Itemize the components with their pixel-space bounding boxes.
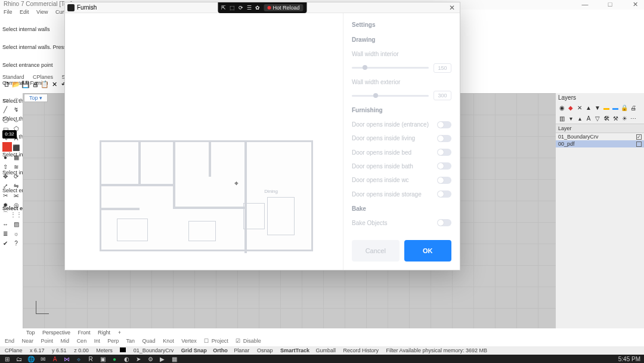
osnap-cen[interactable]: Cen [77, 338, 87, 344]
dev-icon[interactable]: ⟳ [239, 5, 243, 11]
array-icon[interactable]: ⋮⋮ [12, 210, 20, 219]
osnap-perp[interactable]: Perp [107, 338, 119, 344]
terminal-icon[interactable]: ▣ [99, 356, 106, 362]
vtab-top[interactable]: Top [26, 330, 35, 336]
pointer-icon[interactable]: ▭ [1, 96, 10, 104]
explode-icon[interactable]: ✸ [1, 201, 10, 209]
layer-row-boundary[interactable]: 01_BoundaryCrv ✓ [556, 133, 644, 140]
sw4-toggle[interactable] [437, 162, 451, 170]
osnap-near[interactable]: Near [22, 338, 34, 344]
join-icon[interactable]: ⫘ [12, 191, 20, 199]
tab-cplanes[interactable]: CPlanes [33, 74, 53, 80]
edge-icon[interactable]: 🌐 [27, 356, 35, 362]
rhino-icon[interactable]: R [87, 356, 94, 362]
sw5-toggle[interactable] [437, 177, 451, 184]
ptr-icon[interactable]: ➤ [135, 356, 142, 362]
collapse-icon[interactable]: ▴ [576, 115, 583, 122]
dim-icon[interactable]: ↔ [1, 220, 10, 228]
arc-icon[interactable]: ◡ [12, 115, 20, 123]
explorer-icon[interactable]: 🗂 [16, 356, 23, 362]
osnap-disable[interactable]: Disable [243, 338, 261, 344]
settings-icon[interactable]: ⚙ [147, 356, 154, 362]
osnap-tan[interactable]: Tan [126, 338, 135, 344]
mail-icon[interactable]: ✉ [39, 356, 47, 362]
bake-toggle[interactable] [437, 219, 451, 226]
floorplan-canvas[interactable]: Dining ⌖ [65, 13, 343, 270]
trim-icon[interactable]: ✂ [1, 191, 10, 199]
funnel-icon[interactable]: ▽ [594, 115, 601, 122]
help-icon[interactable]: ? [12, 239, 20, 247]
move-up-icon[interactable]: ▲ [585, 104, 592, 111]
osnap-int[interactable]: Int [94, 338, 100, 344]
move-icon[interactable]: ✥ [1, 172, 10, 180]
osnap-end[interactable]: End [5, 338, 14, 344]
box-icon[interactable]: ⬛ [12, 143, 20, 152]
new-icon[interactable]: 🗋 [2, 81, 11, 89]
misc-icon[interactable]: ▦ [171, 356, 178, 362]
light-icon[interactable]: ☀ [621, 115, 628, 122]
line-icon[interactable]: ╱ [1, 105, 10, 113]
dev-icon[interactable]: ⬚ [230, 5, 235, 11]
wall-ext-value[interactable]: 300 [434, 91, 451, 100]
cancel-button[interactable]: Cancel [352, 240, 400, 262]
layer-visible-checkbox[interactable]: ✓ [636, 134, 642, 140]
dev-icon[interactable]: ☰ [247, 5, 252, 11]
fillet-icon[interactable]: ⌒ [1, 210, 10, 219]
window-close-button[interactable]: ✕ [627, 1, 643, 8]
osnap-project[interactable]: Project [212, 338, 228, 344]
spotify-icon[interactable]: ● [111, 356, 118, 362]
sw3-toggle[interactable] [437, 149, 451, 156]
layer-lock-icon[interactable]: 🔒 [621, 104, 628, 111]
osnap-project-checkbox[interactable]: ☐ [204, 338, 209, 344]
rotate-icon[interactable]: ⟳ [12, 172, 20, 180]
opts-icon[interactable]: ⋯ [630, 115, 637, 122]
vtab-add[interactable]: + [118, 330, 121, 336]
scale-icon[interactable]: ⤢ [1, 182, 10, 190]
window-maximize-button[interactable]: □ [602, 1, 618, 8]
gh-icon[interactable]: ◐ [123, 356, 130, 362]
dev-icon[interactable]: ⇱ [221, 5, 226, 11]
polyline-icon[interactable]: ↯ [12, 105, 20, 113]
tools-icon[interactable]: 🛠 [603, 115, 610, 122]
sort-icon[interactable]: A [585, 115, 592, 122]
sw2-toggle[interactable] [437, 135, 451, 142]
circle-icon[interactable]: ◯ [1, 115, 10, 123]
status-layer[interactable]: 01_BoundaryCrv [134, 347, 174, 353]
new-layer-icon[interactable]: ◉ [558, 104, 565, 111]
layer-color-icon[interactable]: ▬ [603, 104, 610, 111]
delete-icon[interactable]: ✕ [50, 81, 58, 89]
vtab-right[interactable]: Right [98, 330, 110, 336]
sw6-toggle[interactable] [437, 190, 451, 198]
layer-print-icon[interactable]: 🖨 [630, 104, 637, 111]
paste-icon[interactable]: 📋 [41, 81, 49, 89]
layer-row-pdf[interactable]: 00_pdf [556, 140, 644, 147]
osnap-disable-checkbox[interactable]: ☑ [236, 338, 240, 344]
print-icon[interactable]: 🖨 [31, 81, 39, 89]
expand-icon[interactable]: ▾ [567, 115, 574, 122]
osnap-knot[interactable]: Knot [163, 338, 174, 344]
sphere-icon[interactable]: ● [1, 153, 10, 161]
save-icon[interactable]: 💾 [21, 81, 30, 89]
hatch-icon[interactable]: ▨ [12, 220, 20, 228]
code-icon[interactable]: ⟐ [75, 356, 82, 362]
toggle-smarttrack[interactable]: SmartTrack [280, 347, 309, 353]
tab-standard[interactable]: Standard [2, 74, 24, 80]
toggle-gridsnap[interactable]: Grid Snap [181, 347, 207, 353]
toggle-rechist[interactable]: Record History [343, 347, 379, 353]
layer-icon[interactable]: ≣ [1, 229, 10, 238]
osnap-quad[interactable]: Quad [143, 338, 156, 344]
filter-icon[interactable]: ▥ [558, 115, 565, 122]
osnap-point[interactable]: Point [41, 338, 54, 344]
wall-ext-slider[interactable] [352, 95, 429, 97]
toggle-planar[interactable]: Planar [234, 347, 249, 353]
vtab-front[interactable]: Front [78, 330, 91, 336]
toggle-ortho[interactable]: Ortho [213, 347, 228, 353]
app-a-icon[interactable]: A [51, 356, 58, 362]
wall-int-value[interactable]: 150 [434, 63, 451, 73]
delete-layer-icon[interactable]: ✕ [576, 104, 583, 111]
hot-reload-button[interactable]: Hot Reload [264, 4, 303, 11]
offset-icon[interactable]: ◎ [12, 201, 20, 209]
sublayer-icon[interactable]: ◆ [567, 104, 574, 111]
osnap-mid[interactable]: Mid [61, 338, 70, 344]
dialog-close-button[interactable]: ✕ [447, 4, 457, 12]
